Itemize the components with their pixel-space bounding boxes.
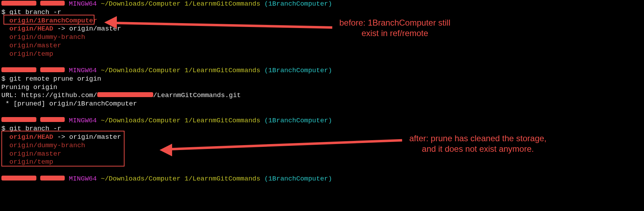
annotation-text-before: before: 1BranchComputer still exist in r… xyxy=(339,18,450,39)
branch-item: origin/temp xyxy=(1,50,643,59)
output-line: Pruning origin xyxy=(1,83,643,92)
command-line: $ git branch -r xyxy=(1,125,643,133)
command-text: git remote prune origin xyxy=(9,75,101,83)
branch-item: origin/temp xyxy=(1,158,643,166)
terminal[interactable]: MINGW64 ~/Downloads/Computer 1/LearnmGit… xyxy=(0,0,644,183)
branch-indicator: (1BranchComputer) xyxy=(264,0,332,8)
mingw-label: MINGW64 xyxy=(69,0,97,8)
prompt-line: MINGW64 ~/Downloads/Computer 1/LearnmGit… xyxy=(1,67,643,75)
command-text: git branch -r xyxy=(9,125,61,132)
prompt-line: MINGW64 ~/Downloads/Computer 1/LearnmGit… xyxy=(1,117,643,125)
branch-item: origin/HEAD -> origin/master xyxy=(1,25,643,33)
branch-item: origin/1BranchComputer xyxy=(1,17,643,25)
command-text: git branch -r xyxy=(9,8,61,16)
prompt-line: MINGW64 ~/Downloads/Computer 1/LearnmGit… xyxy=(1,175,643,183)
command-line: $ git remote prune origin xyxy=(1,75,643,83)
prompt-symbol: $ xyxy=(1,8,5,16)
output-line: URL: https://github.com//LearnmGitComman… xyxy=(1,91,643,100)
cwd-path: ~/Downloads/Computer 1/LearnmGitCommands xyxy=(101,0,260,8)
branch-item: origin/master xyxy=(1,42,643,50)
command-line: $ git branch -r xyxy=(1,8,643,17)
prompt-line: MINGW64 ~/Downloads/Computer 1/LearnmGit… xyxy=(1,0,643,8)
branch-item: origin/dummy-branch xyxy=(1,33,643,42)
annotation-text-after: after: prune has cleaned the storage, an… xyxy=(409,133,546,154)
output-line: * [pruned] origin/1BranchComputer xyxy=(1,100,643,108)
